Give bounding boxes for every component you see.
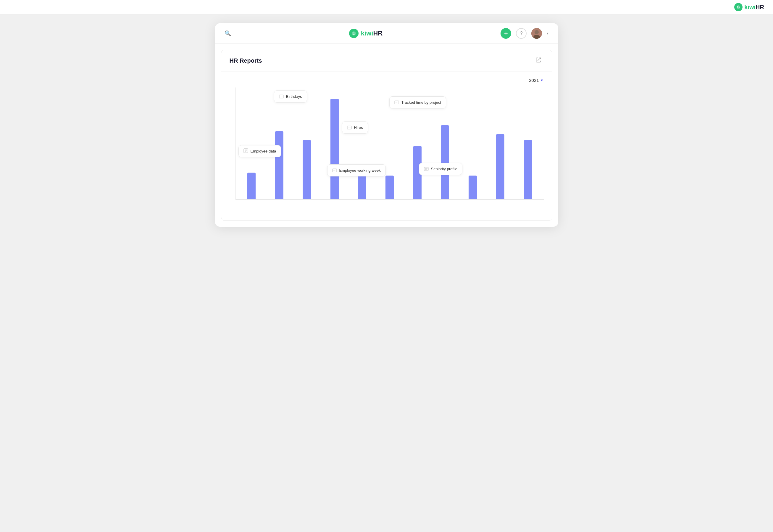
page-wrapper: 🔍 kiwiHR + ? [209,14,564,236]
help-button[interactable]: ? [516,28,526,39]
year-caret-icon: ▼ [540,78,544,82]
reports-container: HR Reports 2021 ▼ [221,50,552,221]
bar-6-2 [524,140,532,199]
employee-working-week-icon [332,168,337,173]
svg-point-3 [353,33,354,33]
hires-icon [347,125,352,130]
top-bar: kiwiHR [0,0,773,14]
year-button[interactable]: 2021 ▼ [529,78,543,83]
bar-group-1b [267,131,292,199]
bar-group-6b [515,140,540,199]
bar-group-6 [488,134,513,199]
svg-rect-23 [333,169,337,172]
seniority-profile-text: Seniority profile [431,167,458,171]
bar-2-1 [303,140,311,199]
bar-group-3b [349,176,375,199]
employee-working-week-label[interactable]: Employee working week [327,164,386,176]
svg-point-0 [737,5,740,9]
bar-group-3 [322,99,347,199]
bar-group-5b [460,176,485,199]
top-brand-text: kiwiHR [744,4,764,11]
svg-rect-26 [395,101,399,104]
chart-area: 2021 ▼ [221,72,552,220]
svg-line-7 [537,58,540,61]
kiwi-icon [734,3,743,11]
seniority-profile-label[interactable]: Seniority profile [419,163,463,175]
add-button[interactable]: + [500,28,511,39]
bar-group-2 [294,140,319,199]
avatar [531,28,542,39]
employee-data-label[interactable]: Employee data [239,145,281,157]
chevron-down-icon[interactable]: ▾ [547,31,548,35]
bar-1-2 [275,131,283,199]
tracked-time-label[interactable]: Tracked time by project [389,96,446,108]
svg-point-1 [738,6,738,7]
top-bar-logo: kiwiHR [734,3,764,11]
hires-label[interactable]: Hires [342,121,368,134]
hires-text: Hires [354,125,363,130]
employee-working-week-text: Employee working week [339,168,381,173]
svg-rect-12 [279,95,283,98]
tracked-time-icon [394,100,399,105]
browser-card: 🔍 kiwiHR + ? [215,23,558,227]
year-selector: 2021 ▼ [230,78,544,83]
nav-kiwi-logo-icon [349,29,359,38]
nav-right: + ? ▾ [500,28,548,39]
bar-4-1 [385,176,394,199]
bar-3-1 [330,99,339,199]
tracked-time-text: Tracked time by project [401,100,441,105]
svg-rect-29 [424,167,428,171]
nav-left: 🔍 [225,30,231,37]
bar-1-1 [247,173,256,199]
nav-center: kiwiHR [349,29,383,38]
export-button[interactable] [533,56,544,66]
bar-chart-wrapper: Employee data [236,87,544,212]
employee-data-text: Employee data [251,149,276,153]
bar-6-1 [496,134,504,199]
bar-5-1 [441,125,449,199]
bar-group-1 [239,173,264,199]
year-value: 2021 [529,78,539,83]
avatar-image [531,28,542,39]
birthdays-label[interactable]: Birthdays [274,90,307,103]
search-icon[interactable]: 🔍 [225,30,231,37]
bar-5-2 [469,176,477,199]
birthdays-text: Birthdays [286,94,302,99]
seniority-profile-icon [424,166,429,172]
birthdays-icon [279,94,284,99]
inner-nav: 🔍 kiwiHR + ? [215,23,558,44]
bar-3-2 [358,176,366,199]
bar-group-4 [377,176,402,199]
employee-data-icon [244,148,248,154]
svg-point-5 [534,30,539,34]
svg-point-2 [352,31,356,35]
svg-rect-20 [347,126,351,129]
nav-brand-text: kiwiHR [361,30,383,37]
reports-header: HR Reports [221,50,552,72]
reports-title: HR Reports [230,57,262,64]
bar-group-5 [432,125,458,199]
